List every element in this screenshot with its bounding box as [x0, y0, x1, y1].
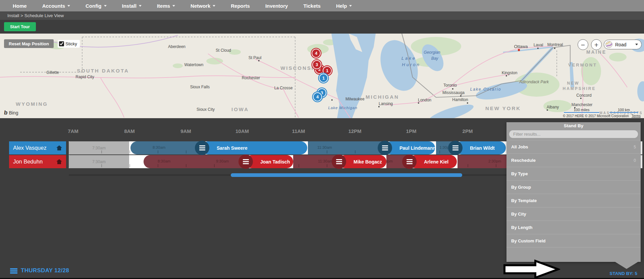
current-day-label[interactable]: THURSDAY 12/28: [21, 267, 69, 274]
toolbar: Start Tour: [0, 20, 644, 34]
map-label-city: Toronto: [443, 83, 457, 88]
filter-item-all-jobs[interactable]: All Jobs5: [506, 140, 641, 153]
nav-item-inventory[interactable]: Inventory: [265, 3, 288, 9]
map-label-city: Manchester: [572, 102, 593, 107]
drive-segment: 11:30am: [308, 141, 383, 154]
terms-link[interactable]: Terms: [632, 114, 641, 118]
job-menu-icon[interactable]: [402, 154, 417, 169]
breadcrumb-bar: Install > Schedule Live View: [0, 11, 644, 20]
day-menu-icon[interactable]: [10, 268, 17, 274]
chevron-down-icon: [172, 5, 175, 7]
job-pill-brian-wildt[interactable]: Brian Wildt: [455, 141, 506, 154]
half-hour-tick: [327, 164, 327, 167]
time-axis-label: 10AM: [235, 128, 249, 134]
filter-item-by-length[interactable]: By Length: [506, 221, 641, 234]
map-label-city: Rochester: [242, 76, 260, 80]
map-label-state: MICHIGAN: [366, 94, 399, 100]
job-menu-icon[interactable]: [195, 141, 209, 155]
zoom-out-button[interactable]: −: [578, 39, 588, 50]
map-label-city: Kingston: [502, 71, 518, 75]
schedule-timeline: 7AM 8AM 9AM 10AM 11AM 12PM 1PM 2PM 7:30a…: [0, 118, 644, 279]
horizontal-scrollbar[interactable]: [231, 173, 462, 177]
map-label-city: Rapid City: [75, 75, 94, 79]
scale-miles-label: 100 miles: [574, 108, 589, 112]
chevron-down-icon: [349, 5, 352, 7]
map-pin-red-4[interactable]: 4: [312, 49, 321, 58]
scale-miles-bar: [564, 112, 600, 113]
schedule-live-view-app: Home Accounts Config Install Items Netwo…: [0, 0, 644, 279]
map-label-area: Adirondack Park: [519, 80, 549, 84]
map-label-city: Montreal: [547, 42, 563, 47]
nav-item-reports[interactable]: Reports: [231, 3, 250, 9]
nav-item-help[interactable]: Help: [336, 3, 352, 9]
map-label-city: Concord: [576, 93, 591, 98]
half-hour-tick: [101, 150, 102, 153]
nav-item-items[interactable]: Items: [157, 3, 175, 9]
filter-item-by-custom-field[interactable]: By Custom Field: [506, 234, 641, 247]
time-axis-label: 8AM: [124, 128, 135, 134]
job-pill-sarah-sweere[interactable]: Sarah Sweere: [202, 141, 307, 154]
chevron-down-icon: [67, 5, 70, 7]
capital-marker-ottawa: [518, 49, 520, 51]
map-pin-blue-4[interactable]: 4: [313, 92, 322, 101]
half-hour-tick: [186, 164, 186, 167]
start-tour-button[interactable]: Start Tour: [4, 22, 36, 31]
nav-item-config[interactable]: Config: [86, 3, 106, 9]
job-menu-icon[interactable]: [238, 154, 253, 169]
map-label-water: Georgian: [424, 50, 440, 55]
map-label-state: IOWA: [231, 106, 249, 112]
nav-item-home[interactable]: Home: [13, 3, 27, 9]
zoom-in-button[interactable]: +: [591, 39, 602, 50]
breadcrumb: Install > Schedule Live View: [7, 13, 64, 18]
map-pin-blue-1[interactable]: 1: [319, 74, 328, 83]
stand-by-count-label[interactable]: STAND BY: 5: [609, 271, 637, 276]
technician-label-alex-vasquez[interactable]: Alex Vasquez: [9, 141, 66, 154]
nav-item-accounts[interactable]: Accounts: [42, 3, 70, 9]
map-label-water: Huron: [402, 62, 420, 67]
job-pill-paul-lindemann[interactable]: Paul Lindemann: [385, 141, 435, 154]
nav-item-tickets[interactable]: Tickets: [303, 3, 320, 9]
job-menu-icon[interactable]: [378, 141, 392, 155]
bing-icon: b: [4, 109, 8, 116]
filter-item-by-city[interactable]: By City: [506, 207, 641, 221]
time-axis-label: 12PM: [348, 128, 361, 134]
bing-logo[interactable]: b Bing: [4, 109, 18, 116]
filter-results-input[interactable]: [509, 130, 638, 138]
half-hour-tick: [439, 150, 440, 153]
half-hour-tick: [129, 164, 130, 167]
map-pin-red-3[interactable]: 3: [312, 60, 321, 69]
technician-label-jon-beduhn[interactable]: Jon Beduhn: [9, 155, 66, 168]
nav-item-network[interactable]: Network: [191, 3, 215, 9]
reset-map-position-button[interactable]: Reset Map Position: [4, 39, 54, 48]
time-axis-label: 9AM: [180, 128, 191, 134]
pointer-arrow-annotation: [502, 260, 560, 279]
half-hour-tick: [327, 150, 327, 153]
job-menu-icon[interactable]: [448, 141, 463, 155]
home-icon: [56, 145, 62, 150]
map-label-city: Aberdeen: [168, 44, 185, 49]
map-label-city: St Paul: [249, 55, 262, 60]
map-label-city: Milwaukee: [345, 97, 365, 101]
nav-item-install[interactable]: Install: [122, 3, 142, 9]
filter-item-by-group[interactable]: By Group: [506, 180, 641, 194]
map-label-city: Lansing: [379, 101, 393, 106]
job-menu-icon[interactable]: [332, 154, 346, 169]
map-style-dropdown[interactable]: Road: [604, 40, 642, 49]
sticky-checkbox[interactable]: [59, 41, 64, 46]
chevron-down-icon: [104, 5, 107, 7]
half-hour-tick: [214, 164, 215, 167]
filter-item-reschedule[interactable]: Reschedule0: [506, 153, 641, 167]
bing-map[interactable]: WYOMING SOUTH DAKOTA IOWA WISCONSIN MICH…: [0, 34, 644, 118]
map-label-state: WYOMING: [16, 101, 48, 107]
filter-item-by-type[interactable]: By Type: [506, 167, 641, 180]
chevron-down-icon: [213, 5, 215, 7]
off-duty-block: 7:30am: [69, 155, 129, 168]
map-label-state: HAMPSHIRE: [562, 86, 596, 91]
time-axis-label: 11AM: [292, 128, 305, 134]
map-label-state: MAINE: [586, 49, 606, 55]
map-label-city: Sioux City: [197, 107, 215, 112]
map-label-city: St Cloud: [216, 48, 231, 53]
map-label-state: VERMONT: [568, 62, 597, 67]
sticky-toggle[interactable]: Sticky: [58, 40, 80, 48]
filter-item-by-template[interactable]: By Template: [506, 194, 641, 207]
